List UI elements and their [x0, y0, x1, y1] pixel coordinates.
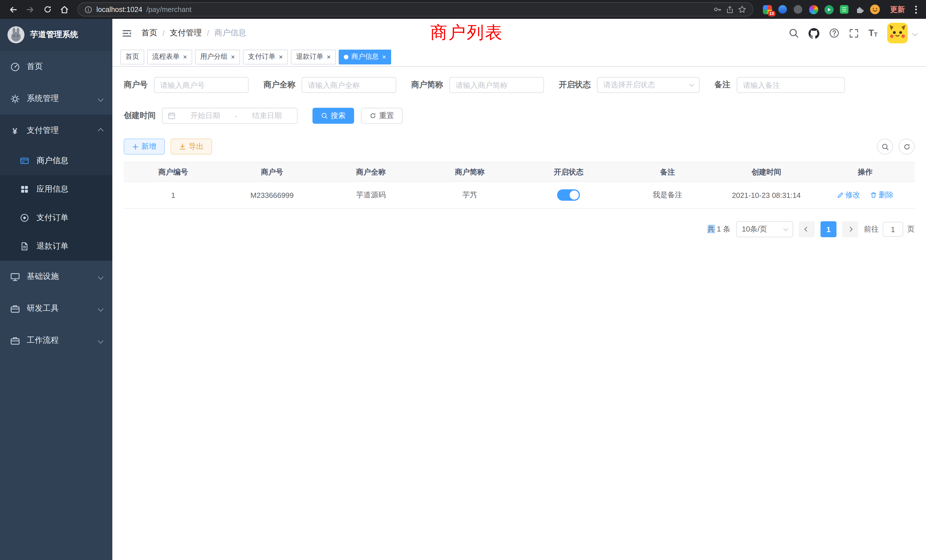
- status-toggle[interactable]: [557, 189, 580, 201]
- cell-short-name: 芋艿: [420, 182, 519, 209]
- cell-merchant-no: M233666999: [222, 182, 322, 209]
- calendar-icon: [168, 112, 176, 120]
- short-name-input[interactable]: [449, 77, 544, 93]
- browser-profile-avatar[interactable]: [870, 5, 880, 14]
- search-icon[interactable]: [788, 28, 799, 38]
- create-time-label: 创建时间: [124, 110, 156, 121]
- user-avatar[interactable]: [887, 23, 908, 43]
- breadcrumb-home[interactable]: 首页: [141, 28, 157, 38]
- logo-avatar: [8, 26, 24, 43]
- reset-button[interactable]: 重置: [361, 108, 402, 124]
- cell-actions: 修改 删除: [816, 182, 915, 209]
- url-host: localhost:1024: [96, 5, 142, 14]
- toggle-search-button[interactable]: [877, 139, 893, 154]
- cell-full-name: 芋道源码: [322, 182, 421, 209]
- close-icon[interactable]: ×: [279, 53, 283, 60]
- help-icon[interactable]: [829, 28, 839, 38]
- grid-icon: [20, 184, 30, 194]
- close-icon[interactable]: ×: [231, 53, 235, 60]
- extension-notes-icon[interactable]: [839, 5, 849, 14]
- site-info-icon[interactable]: [85, 5, 92, 14]
- goto-page-input[interactable]: [883, 222, 903, 237]
- add-button[interactable]: 新增: [124, 139, 165, 154]
- cell-id: 1: [124, 182, 222, 209]
- breadcrumb-payment[interactable]: 支付管理: [170, 28, 202, 38]
- filter-row-2: 创建时间 开始日期 - 结束日期 搜索 重置: [124, 108, 915, 124]
- sidebar-item-infrastructure[interactable]: 基础设施: [0, 260, 112, 292]
- extension-drop-icon[interactable]: [778, 5, 787, 14]
- sidebar-item-pay-order[interactable]: 支付订单: [0, 204, 112, 232]
- fullscreen-icon[interactable]: [849, 28, 859, 38]
- sidebar-item-payment[interactable]: ¥ 支付管理: [0, 115, 112, 147]
- cell-remark: 我是备注: [618, 182, 717, 209]
- extension-dark-icon[interactable]: [793, 5, 803, 14]
- tab-home[interactable]: 首页: [120, 49, 144, 64]
- close-icon[interactable]: ×: [382, 53, 386, 60]
- delete-link[interactable]: 删除: [870, 190, 894, 200]
- app-logo[interactable]: 芋道管理系统: [0, 19, 112, 51]
- prev-page-button[interactable]: [799, 221, 815, 237]
- sidebar-item-workflow[interactable]: 工作流程: [0, 324, 112, 356]
- close-icon[interactable]: ×: [183, 53, 187, 60]
- goto-page: 前往 页: [864, 222, 915, 237]
- sidebar-item-refund-order[interactable]: 退款订单: [0, 232, 112, 260]
- password-key-icon[interactable]: [713, 5, 722, 14]
- browser-update-button[interactable]: 更新: [885, 4, 909, 15]
- export-button[interactable]: 导出: [171, 139, 212, 154]
- gear-icon: [10, 94, 20, 104]
- tab-merchant-info[interactable]: 商户信息×: [339, 49, 391, 64]
- merchant-no-input[interactable]: [154, 77, 249, 93]
- refresh-button[interactable]: [899, 139, 915, 154]
- page-size-select[interactable]: 10条/页: [736, 221, 793, 237]
- browser-back-button[interactable]: [6, 2, 21, 17]
- sidebar-item-devtools[interactable]: 研发工具: [0, 292, 112, 324]
- merchant-table: 商户编号 商户号 商户全称 商户简称 开启状态 备注 创建时间 操作 1: [124, 162, 915, 209]
- tab-refund-order[interactable]: 退款订单×: [291, 49, 336, 64]
- extensions-puzzle-icon[interactable]: [855, 5, 864, 14]
- credit-card-icon: [20, 156, 30, 166]
- sidebar-item-system[interactable]: 系统管理: [0, 83, 112, 115]
- browser-reload-button[interactable]: [40, 2, 55, 17]
- edit-link[interactable]: 修改: [837, 190, 860, 200]
- extension-colorwheel-icon[interactable]: [808, 5, 818, 14]
- user-caret-icon[interactable]: [912, 30, 918, 36]
- search-button[interactable]: 搜索: [312, 108, 354, 124]
- full-name-input[interactable]: [302, 77, 396, 93]
- extensions-area: 10: [759, 5, 883, 14]
- next-page-button[interactable]: [842, 221, 858, 237]
- hamburger-icon[interactable]: [121, 28, 132, 38]
- sidebar-item-merchant-info[interactable]: 商户信息: [0, 147, 112, 175]
- status-select[interactable]: 请选择开启状态: [597, 77, 700, 93]
- browser-home-button[interactable]: [57, 2, 72, 17]
- briefcase-icon: [10, 303, 20, 314]
- close-icon[interactable]: ×: [327, 53, 331, 60]
- merchant-no-label: 商户号: [124, 80, 148, 90]
- extension-green-icon[interactable]: [824, 5, 834, 14]
- chevron-down-icon: [98, 306, 103, 311]
- status-label: 开启状态: [559, 80, 591, 90]
- table-row: 1 M233666999 芋道源码 芋艿 我是备注 2021-10-23 08:…: [124, 182, 915, 209]
- cell-create-time: 2021-10-23 08:31:14: [717, 182, 816, 209]
- tab-user-group[interactable]: 用户分组×: [195, 49, 240, 64]
- font-size-icon[interactable]: TT: [869, 29, 878, 38]
- browser-menu-icon[interactable]: [912, 5, 920, 14]
- sidebar-item-home[interactable]: 首页: [0, 51, 112, 83]
- sidebar-item-app-info[interactable]: 应用信息: [0, 175, 112, 204]
- navbar-actions: TT: [788, 23, 917, 43]
- address-bar[interactable]: localhost:1024/pay/merchant: [77, 2, 753, 17]
- remark-input[interactable]: [737, 77, 845, 93]
- table-toolbar: 新增 导出: [124, 139, 915, 154]
- date-range-picker[interactable]: 开始日期 - 结束日期: [162, 108, 298, 124]
- page-button-1[interactable]: 1: [820, 221, 837, 237]
- tab-process-form[interactable]: 流程表单×: [147, 49, 192, 64]
- browser-forward-button[interactable]: [23, 2, 38, 17]
- share-icon[interactable]: [726, 5, 734, 14]
- top-navbar: 首页 / 支付管理 / 商户信息 TT: [112, 19, 926, 47]
- chevron-down-icon: [98, 274, 103, 279]
- extension-colors-icon[interactable]: 10: [763, 5, 772, 14]
- github-icon[interactable]: [808, 28, 819, 38]
- page-content: 商户号 商户全称 商户简称 开启状态 请选择开启状态: [112, 67, 926, 560]
- bookmark-star-icon[interactable]: [738, 5, 746, 14]
- tab-pay-order[interactable]: 支付订单×: [243, 49, 288, 64]
- pagination: 共 1 条 10条/页 1 前往 页: [124, 221, 915, 237]
